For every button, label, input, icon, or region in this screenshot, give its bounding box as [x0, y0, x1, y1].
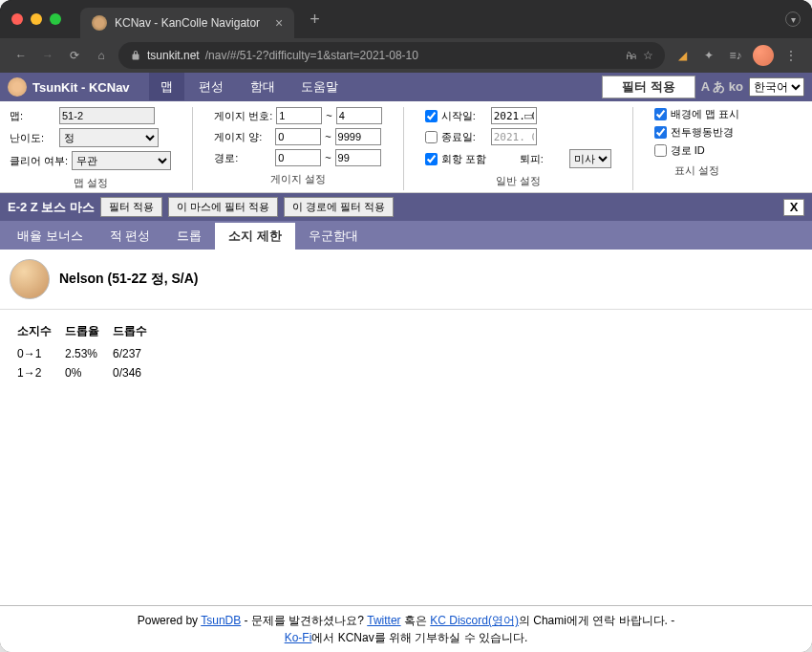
chevron-down-icon[interactable]: ▾ [785, 11, 801, 27]
map-label: 맵: [10, 109, 55, 123]
lock-icon [130, 50, 141, 61]
display-section-title: 표시 설정 [654, 163, 739, 178]
node-section-bar: E-2 Z 보스 마스 필터 적용 이 마스에 필터 적용 이 경로에 필터 적… [0, 193, 812, 221]
end-date-label: 종료일: [441, 130, 487, 144]
gauge-hp-to[interactable] [335, 128, 381, 145]
nav-comp[interactable]: 편성 [187, 79, 235, 94]
extension-icon[interactable]: ◢ [673, 46, 692, 65]
discord-link[interactable]: KC Discord(영어) [430, 614, 519, 627]
browser-tab[interactable]: KCNav - KanColle Navigator × [80, 8, 294, 38]
table-row: 0→1 2.53% 6/237 [17, 345, 159, 362]
gauge-hp-label: 게이지 양: [214, 130, 271, 144]
route-id-label: 경로 ID [671, 143, 705, 158]
new-tab-button[interactable]: + [310, 10, 320, 30]
lang-indicator: A あ ko [701, 78, 743, 96]
home-button[interactable]: ⌂ [92, 49, 111, 62]
tab-drop[interactable]: 드롭 [163, 223, 215, 250]
tab-close-button[interactable]: × [275, 15, 283, 31]
tab-enemy[interactable]: 적 편성 [96, 223, 164, 250]
retreat-label: 퇴피: [520, 152, 566, 166]
cleared-select[interactable]: 무관 [72, 151, 171, 170]
app-logo [8, 77, 27, 97]
back-button[interactable]: ← [11, 49, 31, 62]
footer: Powered by TsunDB - 문제를 발견하셨나요? Twitter … [0, 605, 812, 652]
favicon [92, 15, 107, 31]
route-from[interactable] [275, 149, 321, 166]
tsundb-link[interactable]: TsunDB [201, 614, 241, 627]
retreat-select[interactable]: 미사 [569, 149, 611, 168]
reload-button[interactable]: ⟳ [65, 49, 84, 62]
map-input[interactable] [59, 107, 155, 124]
gauge-section-title: 게이지 설정 [214, 172, 382, 186]
combat-radius-label: 전투행동반경 [671, 125, 734, 140]
section-close-button[interactable]: X [783, 199, 804, 216]
ship-header: Nelson (51-2Z 정, S/A) [0, 250, 812, 310]
end-date-input[interactable] [491, 128, 537, 145]
twitter-link[interactable]: Twitter [367, 614, 400, 627]
app-brand: TsunKit - KCNav [32, 80, 130, 95]
route-to[interactable] [335, 149, 381, 166]
kofi-link[interactable]: Ko-Fi [285, 631, 312, 644]
combat-radius-checkbox[interactable] [654, 126, 667, 139]
start-date-input[interactable] [491, 107, 537, 124]
app-header: TsunKit - KCNav 맵 편성 함대 도움말 필터 적용 A あ ko… [0, 73, 812, 101]
tab-title: KCNav - KanColle Navigator [115, 16, 260, 30]
route-id-checkbox[interactable] [654, 144, 667, 157]
col-rate: 드롭율 [65, 321, 111, 343]
end-date-checkbox[interactable] [425, 131, 438, 143]
nav-fleet[interactable]: 함대 [239, 79, 287, 94]
map-section-title: 맵 설정 [10, 176, 171, 190]
node-filter-button[interactable]: 필터 적용 [100, 197, 162, 217]
start-date-checkbox[interactable] [425, 110, 438, 122]
nav-help[interactable]: 도움말 [289, 79, 350, 94]
detail-tabs: 배율 보너스 적 편성 드롭 소지 제한 우군함대 [0, 221, 812, 250]
reading-list-icon[interactable]: ≡♪ [726, 46, 745, 65]
url-domain: tsunkit.net [147, 49, 200, 62]
forward-button[interactable]: → [38, 49, 57, 62]
gauge-hp-from[interactable] [275, 128, 321, 145]
gauge-num-from[interactable] [276, 107, 322, 124]
col-count: 드롭수 [113, 321, 159, 343]
url-path: /nav/#/51-2?difficulty=1&start=2021-08-1… [205, 49, 418, 62]
window-close-button[interactable] [11, 13, 23, 25]
col-owned: 소지수 [17, 321, 63, 343]
menu-button[interactable]: ⋮ [781, 46, 801, 65]
language-select[interactable]: 한국어 [749, 77, 804, 97]
cleared-label: 클리어 여부: [10, 154, 68, 168]
filter-panel: 맵: 난이도:정 클리어 여부:무관 맵 설정 게이지 번호:~ 게이지 양:~… [0, 101, 812, 193]
star-icon[interactable]: ☆ [643, 49, 653, 62]
profile-avatar[interactable] [753, 45, 774, 66]
tab-limit[interactable]: 소지 제한 [215, 223, 295, 250]
rotation-checkbox[interactable] [425, 153, 438, 165]
node-filter-route-button[interactable]: 이 경로에 필터 적용 [284, 197, 394, 217]
rotation-label: 회항 포함 [441, 152, 487, 166]
extensions-button[interactable]: ✦ [699, 46, 718, 65]
table-row: 1→2 0% 0/346 [17, 364, 159, 381]
difficulty-select[interactable]: 정 [59, 128, 159, 147]
node-title: E-2 Z 보스 마스 [8, 199, 95, 216]
tab-bonus[interactable]: 배율 보너스 [4, 223, 96, 250]
gauge-num-label: 게이지 번호: [214, 109, 272, 123]
bg-map-label: 배경에 맵 표시 [671, 107, 739, 121]
tab-friend[interactable]: 우군함대 [295, 223, 372, 250]
apply-filter-button[interactable]: 필터 적용 [602, 76, 695, 98]
translate-icon[interactable]: 🗛 [626, 49, 637, 62]
window-minimize-button[interactable] [31, 13, 42, 25]
window-maximize-button[interactable] [50, 13, 61, 25]
browser-toolbar: ← → ⟳ ⌂ tsunkit.net/nav/#/51-2?difficult… [0, 38, 812, 73]
address-bar[interactable]: tsunkit.net/nav/#/51-2?difficulty=1&star… [118, 42, 665, 69]
gauge-num-to[interactable] [336, 107, 382, 124]
difficulty-label: 난이도: [10, 131, 55, 145]
start-date-label: 시작일: [441, 109, 487, 123]
ship-name: Nelson (51-2Z 정, S/A) [59, 271, 198, 288]
route-label: 경로: [214, 151, 271, 165]
drop-table: 소지수 드롭율 드롭수 0→1 2.53% 6/237 1→2 0% 0/346 [0, 310, 176, 393]
ship-avatar [10, 259, 50, 299]
nav-map[interactable]: 맵 [149, 73, 184, 100]
browser-tab-bar: KCNav - KanColle Navigator × + ▾ [0, 0, 812, 38]
general-section-title: 일반 설정 [425, 174, 611, 188]
bg-map-checkbox[interactable] [654, 108, 667, 120]
node-filter-node-button[interactable]: 이 마스에 필터 적용 [168, 197, 278, 217]
